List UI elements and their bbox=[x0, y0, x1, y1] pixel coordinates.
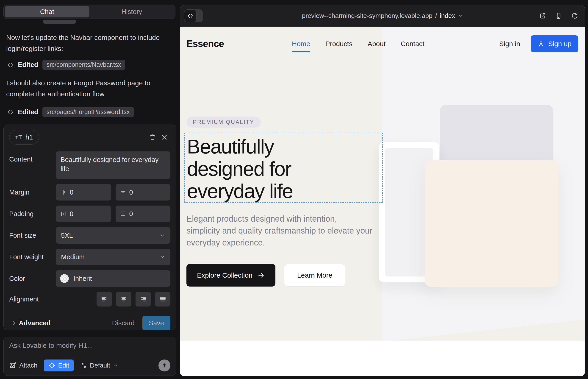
hero-paragraph: Elegant products designed with intention… bbox=[186, 213, 373, 249]
code-view-button[interactable] bbox=[184, 9, 197, 22]
url-bar[interactable]: preview--charming-site-symphony.lovable.… bbox=[302, 12, 463, 19]
chevron-right-icon bbox=[11, 320, 16, 326]
explore-collection-button[interactable]: Explore Collection bbox=[186, 264, 275, 286]
padding-label: Padding bbox=[9, 210, 56, 218]
edited-file-row: Edited src/pages/ForgotPassword.tsx bbox=[7, 107, 134, 117]
color-select[interactable]: Inherit bbox=[56, 270, 170, 287]
page-name: index bbox=[440, 12, 455, 19]
chat-input[interactable] bbox=[9, 342, 170, 349]
selected-element-pill[interactable]: тT h1 bbox=[9, 130, 39, 144]
mobile-view-button[interactable] bbox=[554, 11, 563, 20]
font-size-field-row: Font size 5XL bbox=[9, 227, 170, 244]
font-weight-select[interactable]: Medium bbox=[56, 249, 170, 265]
element-editor-panel: тT h1 Content Beautifull bbox=[3, 125, 176, 330]
nav-link-home[interactable]: Home bbox=[292, 40, 310, 48]
element-tag: h1 bbox=[25, 134, 33, 141]
code-preview-toggle bbox=[184, 9, 203, 22]
edit-mode-button[interactable]: Edit bbox=[44, 360, 74, 371]
edited-file-row: Edited src/components/Navbar.tsx bbox=[7, 60, 125, 70]
delete-element-button[interactable] bbox=[147, 131, 158, 143]
attach-button[interactable]: Attach bbox=[9, 362, 37, 369]
close-panel-button[interactable] bbox=[158, 131, 170, 143]
site-preview: Essence Home Products About Contact Sign… bbox=[180, 27, 585, 376]
advanced-toggle[interactable]: Advanced bbox=[9, 319, 51, 327]
save-button[interactable]: Save bbox=[142, 316, 170, 330]
chevron-down-icon bbox=[113, 363, 118, 368]
edited-label: Edited bbox=[18, 108, 38, 116]
padding-y-input[interactable]: 0 bbox=[116, 205, 171, 222]
type-icon: тT bbox=[15, 134, 22, 141]
chevron-down-icon bbox=[458, 13, 463, 18]
nav-links: Home Products About Contact bbox=[292, 40, 424, 48]
learn-more-button[interactable]: Learn More bbox=[284, 264, 345, 286]
color-label: Color bbox=[9, 275, 56, 283]
chrome-actions bbox=[538, 11, 579, 20]
editor-header: тT h1 bbox=[9, 130, 170, 144]
composer-toolbar: Attach Edit Default bbox=[9, 360, 170, 371]
chat-composer: Attach Edit Default bbox=[3, 337, 176, 376]
refresh-icon bbox=[571, 12, 578, 19]
font-size-select[interactable]: 5XL bbox=[56, 227, 170, 244]
sign-in-link[interactable]: Sign in bbox=[499, 40, 520, 48]
trash-icon bbox=[149, 134, 156, 141]
external-link-icon bbox=[539, 12, 546, 19]
browser-window: preview--charming-site-symphony.lovable.… bbox=[180, 5, 585, 376]
align-right-button[interactable] bbox=[136, 292, 151, 306]
nav-link-contact[interactable]: Contact bbox=[401, 40, 424, 48]
padding-x-input[interactable]: 0 bbox=[56, 205, 111, 222]
selected-h1-outline[interactable]: Beautifully designed for everyday life bbox=[184, 133, 383, 203]
file-chip[interactable]: src/pages/ForgotPassword.tsx bbox=[42, 107, 134, 117]
model-mode-select[interactable]: Default bbox=[80, 362, 119, 369]
arrow-right-icon bbox=[258, 272, 265, 279]
align-left-icon bbox=[101, 296, 108, 303]
tab-chat[interactable]: Chat bbox=[5, 6, 90, 17]
smartphone-icon bbox=[555, 12, 562, 19]
chevron-down-icon bbox=[159, 254, 165, 260]
content-label: Content bbox=[9, 151, 56, 179]
user-icon bbox=[538, 40, 544, 47]
truncated-badge bbox=[43, 20, 76, 24]
url-separator: / bbox=[435, 12, 437, 19]
alignment-label: Alignment bbox=[9, 296, 56, 303]
refresh-button[interactable] bbox=[570, 11, 579, 20]
chat-history-tabs: Chat History bbox=[3, 5, 175, 19]
code-icon bbox=[7, 62, 14, 68]
content-input[interactable]: Beautifully designed for everyday life bbox=[56, 151, 170, 179]
open-external-button[interactable] bbox=[538, 11, 547, 20]
align-left-button[interactable] bbox=[96, 292, 112, 306]
chevron-down-icon bbox=[159, 232, 165, 238]
chat-message: Now let's update the Navbar component to… bbox=[6, 32, 167, 54]
site-logo[interactable]: Essence bbox=[186, 38, 224, 49]
premium-quality-badge: PREMIUM QUALITY bbox=[186, 117, 261, 127]
send-button[interactable] bbox=[158, 360, 170, 371]
discard-button[interactable]: Discard bbox=[104, 319, 142, 327]
nav-link-about[interactable]: About bbox=[368, 40, 386, 48]
color-swatch bbox=[60, 274, 69, 283]
tab-history[interactable]: History bbox=[90, 6, 174, 17]
content-field-row: Content Beautifully designed for everyda… bbox=[9, 151, 170, 179]
target-icon bbox=[48, 362, 55, 369]
nav-link-products[interactable]: Products bbox=[325, 40, 353, 48]
alignment-field-row: Alignment bbox=[9, 292, 170, 306]
sign-up-button[interactable]: Sign up bbox=[531, 35, 578, 52]
hero-cta-row: Explore Collection Learn More bbox=[186, 264, 345, 286]
margin-vertical-icon bbox=[120, 189, 126, 195]
below-hero-section bbox=[180, 341, 585, 376]
font-weight-field-row: Font weight Medium bbox=[9, 249, 170, 265]
chat-message: I should also create a Forgot Password p… bbox=[6, 78, 167, 100]
browser-chrome-bar: preview--charming-site-symphony.lovable.… bbox=[180, 5, 585, 27]
editor-footer: Advanced Discard Save bbox=[9, 316, 170, 330]
arrow-up-icon bbox=[161, 362, 168, 369]
padding-vertical-icon bbox=[120, 211, 126, 217]
margin-y-input[interactable]: 0 bbox=[116, 184, 171, 201]
margin-x-input[interactable]: 0 bbox=[56, 184, 111, 201]
sidebar: Chat History Now let's update the Navbar… bbox=[0, 0, 179, 379]
font-weight-label: Font weight bbox=[9, 253, 56, 261]
align-justify-button[interactable] bbox=[155, 292, 170, 306]
preview-url: preview--charming-site-symphony.lovable.… bbox=[302, 12, 433, 19]
margin-label: Margin bbox=[9, 189, 56, 196]
margin-field-row: Margin 0 0 bbox=[9, 184, 170, 201]
active-underline bbox=[292, 51, 310, 52]
file-chip[interactable]: src/components/Navbar.tsx bbox=[42, 60, 125, 70]
align-center-button[interactable] bbox=[116, 292, 131, 306]
